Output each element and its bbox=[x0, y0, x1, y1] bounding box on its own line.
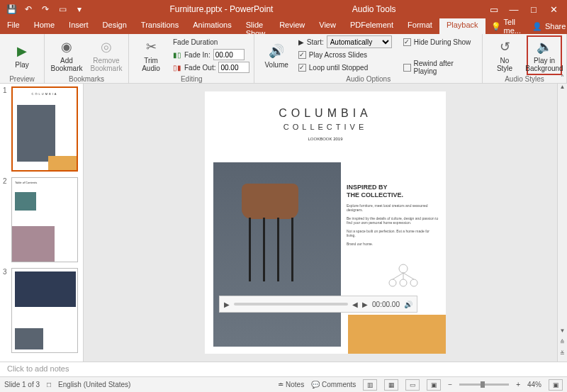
player-next-icon[interactable]: ▶ bbox=[362, 301, 368, 308]
hide-checkbox[interactable]: ✓ bbox=[403, 38, 411, 46]
thumbnail-2-preview: Table of Contents bbox=[11, 177, 78, 262]
zoom-out-icon[interactable]: − bbox=[448, 381, 452, 388]
orange-block bbox=[348, 315, 446, 354]
paragraph-3: Not a space built on perfection. But a h… bbox=[347, 229, 439, 237]
collapse-ribbon-icon[interactable]: ˄ bbox=[561, 74, 564, 82]
play-across-label: Play Across Slides bbox=[309, 51, 367, 59]
player-track[interactable] bbox=[234, 303, 348, 306]
tab-review[interactable]: Review bbox=[272, 18, 312, 34]
prev-slide-icon[interactable]: ≙ bbox=[558, 339, 567, 349]
loop-label: Loop until Stopped bbox=[309, 64, 368, 72]
start-icon: ▶ bbox=[298, 38, 304, 46]
slide-text-column: INSPIRED BY THE COLLECTIVE. Explore furn… bbox=[347, 184, 439, 246]
ribbon-tabs: File Home Insert Design Transitions Anim… bbox=[0, 18, 567, 34]
tab-view[interactable]: View bbox=[312, 18, 343, 34]
scroll-up-icon[interactable]: ▲ bbox=[558, 84, 567, 94]
language-indicator[interactable]: English (United States) bbox=[58, 381, 130, 388]
play-in-background-button[interactable]: 🔈 Play in Background bbox=[527, 35, 562, 75]
close-icon[interactable]: ✕ bbox=[546, 4, 561, 15]
save-icon[interactable]: 💾 bbox=[6, 4, 17, 15]
lightbulb-icon: 💡 bbox=[491, 22, 501, 31]
slide-canvas[interactable]: COLUMBIA COLLECTIVE LOOKBOOK 2019 INSPIR… bbox=[84, 84, 567, 362]
share-button[interactable]: 👤Share bbox=[527, 18, 567, 34]
fade-in-label: Fade In: bbox=[184, 51, 210, 59]
redo-icon[interactable]: ↷ bbox=[40, 4, 51, 15]
slide-sorter-icon[interactable]: ▦ bbox=[384, 379, 398, 391]
comments-button[interactable]: 💬 Comments bbox=[311, 381, 356, 388]
play-across-checkbox[interactable]: ✓ bbox=[298, 51, 306, 59]
svg-point-2 bbox=[400, 279, 407, 286]
scroll-down-icon[interactable]: ▼ bbox=[558, 327, 567, 337]
vertical-scrollbar[interactable]: ▲ ▼ ≙ ≚ bbox=[557, 84, 567, 362]
spellcheck-icon[interactable]: □ bbox=[47, 381, 51, 388]
audio-tools-header: Audio Tools bbox=[347, 3, 402, 16]
thumbnail-2[interactable]: 2 Table of Contents bbox=[3, 177, 80, 262]
player-play-icon[interactable]: ▶ bbox=[224, 301, 230, 308]
player-prev-icon[interactable]: ◀ bbox=[352, 301, 358, 308]
volume-icon: 🔊 bbox=[268, 43, 285, 60]
tab-format[interactable]: Format bbox=[400, 18, 439, 34]
no-style-button[interactable]: ↺ No Style bbox=[487, 35, 522, 75]
paragraph-4: Brand our home. bbox=[347, 242, 439, 246]
rewind-checkbox[interactable] bbox=[403, 64, 411, 72]
zoom-level[interactable]: 44% bbox=[527, 381, 541, 388]
share-icon: 👤 bbox=[532, 22, 542, 31]
hide-label: Hide During Show bbox=[414, 38, 471, 46]
start-from-beginning-icon[interactable]: ▭ bbox=[57, 4, 68, 15]
title-bar: 💾 ↶ ↷ ▭ ▾ Furniture.pptx - PowerPoint Au… bbox=[0, 0, 567, 18]
next-slide-icon[interactable]: ≚ bbox=[558, 350, 567, 360]
ribbon: ▶ Play Preview ◉ Add Bookmark ◎ Remove B… bbox=[0, 34, 567, 84]
slideshow-view-icon[interactable]: ▣ bbox=[427, 379, 441, 391]
notes-pane[interactable]: Click to add notes bbox=[0, 362, 567, 376]
audio-options-col1: ▶ Start: Automatically ✓ Play Across Sli… bbox=[298, 35, 392, 74]
tab-playback[interactable]: Playback bbox=[439, 18, 485, 34]
tab-animations[interactable]: Animations bbox=[186, 18, 238, 34]
fade-controls: Fade Duration ▮▯ Fade In: ▯▮ Fade Out: bbox=[173, 35, 249, 74]
play-in-background-icon: 🔈 bbox=[536, 38, 553, 55]
start-label: Start: bbox=[307, 38, 324, 46]
notes-button[interactable]: ≐ Notes bbox=[278, 381, 304, 388]
thumbnail-1[interactable]: 1 COLUMBIA bbox=[3, 86, 80, 172]
audio-player[interactable]: ▶ ◀ ▶ 00:00.00 🔊 bbox=[219, 296, 417, 313]
fit-to-window-icon[interactable]: ▣ bbox=[549, 379, 563, 391]
tab-design[interactable]: Design bbox=[96, 18, 134, 34]
slide-thumbnails-panel[interactable]: 1 COLUMBIA 2 Table of Contents 3 bbox=[0, 84, 84, 362]
qat-dropdown-icon[interactable]: ▾ bbox=[74, 4, 85, 15]
svg-line-6 bbox=[403, 273, 414, 279]
ribbon-display-icon[interactable]: ▭ bbox=[486, 4, 502, 15]
tab-slideshow[interactable]: Slide Show bbox=[239, 18, 273, 34]
fade-in-input[interactable] bbox=[213, 49, 245, 60]
maximize-icon[interactable]: □ bbox=[526, 4, 541, 15]
thumbnail-1-preview: COLUMBIA bbox=[11, 86, 78, 172]
tab-home[interactable]: Home bbox=[27, 18, 62, 34]
smartart-placeholder bbox=[382, 262, 425, 297]
undo-icon[interactable]: ↶ bbox=[23, 4, 34, 15]
group-audio-styles: ↺ No Style 🔈 Play in Background Audio St… bbox=[483, 34, 567, 83]
play-button[interactable]: ▶ Play bbox=[4, 35, 40, 75]
tell-me[interactable]: 💡Tell me... bbox=[485, 18, 527, 34]
reading-view-icon[interactable]: ▭ bbox=[405, 379, 420, 391]
slide-subtitle: COLLECTIVE bbox=[205, 123, 446, 131]
play-icon: ▶ bbox=[13, 43, 30, 60]
start-select[interactable]: Automatically bbox=[327, 35, 392, 48]
thumbnail-3[interactable]: 3 bbox=[3, 268, 80, 353]
tab-insert[interactable]: Insert bbox=[62, 18, 96, 34]
add-bookmark-button[interactable]: ◉ Add Bookmark bbox=[49, 35, 84, 75]
tab-pdfelement[interactable]: PDFelement bbox=[343, 18, 400, 34]
trim-audio-button[interactable]: ✂ Trim Audio bbox=[133, 35, 169, 75]
tab-transitions[interactable]: Transitions bbox=[134, 18, 186, 34]
zoom-in-icon[interactable]: + bbox=[516, 381, 520, 388]
normal-view-icon[interactable]: ▥ bbox=[363, 379, 377, 391]
tab-file[interactable]: File bbox=[0, 18, 27, 34]
fade-out-input[interactable] bbox=[218, 62, 249, 73]
player-volume-icon[interactable]: 🔊 bbox=[404, 301, 412, 308]
group-audio-options: 🔊 Volume ▶ Start: Automatically ✓ Play A… bbox=[254, 34, 483, 83]
volume-button[interactable]: 🔊 Volume bbox=[259, 35, 293, 75]
group-preview: ▶ Play Preview bbox=[0, 34, 45, 83]
zoom-slider[interactable] bbox=[459, 383, 509, 386]
minimize-icon[interactable]: — bbox=[506, 4, 522, 15]
slide-counter[interactable]: Slide 1 of 3 bbox=[4, 381, 40, 388]
loop-checkbox[interactable]: ✓ bbox=[298, 64, 306, 72]
thumbnail-3-preview bbox=[11, 268, 78, 353]
remove-bookmark-icon: ◎ bbox=[98, 38, 115, 55]
